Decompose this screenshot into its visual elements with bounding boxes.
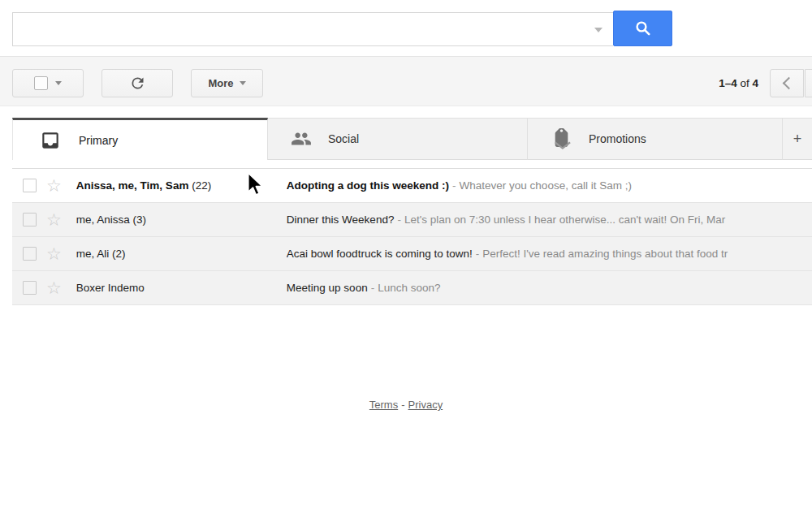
email-checkbox[interactable] [23, 213, 37, 226]
add-tab-label: + [793, 131, 802, 148]
email-subject-line: Dinner this Weekend?-Let's plan on 7:30 … [287, 214, 812, 226]
email-thread-count: (22) [188, 179, 211, 192]
tab-promotions-label: Promotions [589, 132, 646, 145]
email-senders-names: Boxer Indemo [76, 282, 145, 294]
email-preview: Lunch soon? [378, 282, 440, 294]
email-subject: Dinner this Weekend? [287, 214, 395, 226]
email-list: ☆ Anissa, me, Tim, Sam (22) Adopting a d… [12, 168, 812, 305]
newer-page-button[interactable] [770, 69, 804, 97]
people-icon [291, 128, 312, 149]
search-bar [12, 11, 672, 46]
refresh-icon [129, 75, 146, 92]
more-button-label: More [208, 77, 233, 89]
subject-separator: - [397, 214, 401, 226]
pagination-status: 1–4 of 4 [719, 77, 758, 89]
footer-separator: - [401, 399, 404, 411]
add-tab-button[interactable]: + [783, 118, 812, 160]
tab-social[interactable]: Social [268, 118, 528, 160]
email-subject-line: Acai bowl foodtruck is coming to town!-P… [287, 248, 812, 260]
email-subject-line: Adopting a dog this weekend :)-Whatever … [287, 179, 812, 192]
category-tabs: Primary Social Promotions + [12, 118, 812, 160]
email-preview: Let's plan on 7:30 unless I hear otherwi… [404, 214, 725, 226]
magnifier-icon [634, 19, 652, 37]
tab-primary[interactable]: Primary [12, 118, 268, 160]
star-icon[interactable]: ☆ [46, 212, 62, 228]
email-row[interactable]: ☆ Boxer Indemo Meeting up soon-Lunch soo… [12, 271, 812, 305]
email-preview: Perfect! I've read amazing things about … [482, 248, 728, 260]
email-row[interactable]: ☆ Anissa, me, Tim, Sam (22) Adopting a d… [12, 169, 812, 203]
email-senders: me, Anissa (3) [76, 214, 271, 226]
more-dropdown-caret-icon [240, 81, 246, 85]
select-dropdown-caret-icon[interactable] [55, 81, 62, 85]
email-checkbox[interactable] [23, 247, 37, 261]
footer: Terms-Privacy [0, 399, 812, 411]
star-icon[interactable]: ☆ [46, 246, 62, 262]
more-button[interactable]: More [191, 69, 263, 97]
pagination-range: 1–4 [719, 77, 737, 89]
select-all-checkbox[interactable] [34, 76, 48, 90]
email-checkbox[interactable] [23, 281, 37, 295]
email-subject-line: Meeting up soon-Lunch soon? [287, 282, 812, 294]
email-senders: me, Ali (2) [76, 248, 271, 260]
email-senders: Anissa, me, Tim, Sam (22) [76, 179, 271, 192]
email-senders-names: me, Anissa (3) [76, 214, 146, 226]
subject-separator: - [452, 179, 456, 192]
email-senders: Boxer Indemo [76, 282, 271, 294]
terms-link[interactable]: Terms [369, 399, 398, 411]
email-preview: Whatever you choose, call it Sam ;) [460, 179, 632, 192]
tab-primary-label: Primary [79, 134, 118, 147]
pagination-of: of [737, 77, 753, 89]
email-checkbox[interactable] [23, 179, 37, 192]
star-icon[interactable]: ☆ [46, 280, 62, 296]
email-row[interactable]: ☆ me, Anissa (3) Dinner this Weekend?-Le… [12, 203, 812, 237]
tag-icon [551, 128, 572, 150]
subject-separator: - [371, 282, 375, 294]
tab-social-label: Social [328, 132, 359, 145]
inbox-icon [40, 130, 61, 151]
search-options-caret-icon[interactable] [594, 28, 603, 32]
privacy-link[interactable]: Privacy [408, 399, 443, 411]
email-subject: Acai bowl foodtruck is coming to town! [287, 248, 473, 260]
chevron-left-icon [782, 77, 795, 90]
gmail-inbox-screen: More 1–4 of 4 Primary Social [0, 0, 812, 509]
email-subject: Adopting a dog this weekend :) [287, 179, 449, 192]
search-button[interactable] [613, 11, 672, 46]
search-input-wrap [12, 12, 613, 46]
pagination-total: 4 [752, 77, 758, 89]
email-row[interactable]: ☆ me, Ali (2) Acai bowl foodtruck is com… [12, 237, 812, 271]
select-all-button[interactable] [12, 69, 84, 97]
older-page-button[interactable] [805, 69, 812, 97]
star-icon[interactable]: ☆ [46, 178, 62, 194]
email-senders-names: me, Ali (2) [76, 248, 126, 260]
tab-promotions[interactable]: Promotions [528, 118, 783, 160]
search-input[interactable] [13, 13, 613, 45]
email-subject: Meeting up soon [287, 282, 368, 294]
email-senders-names: Anissa, me, Tim, Sam [76, 179, 189, 192]
subject-separator: - [476, 248, 480, 260]
refresh-button[interactable] [102, 69, 173, 97]
